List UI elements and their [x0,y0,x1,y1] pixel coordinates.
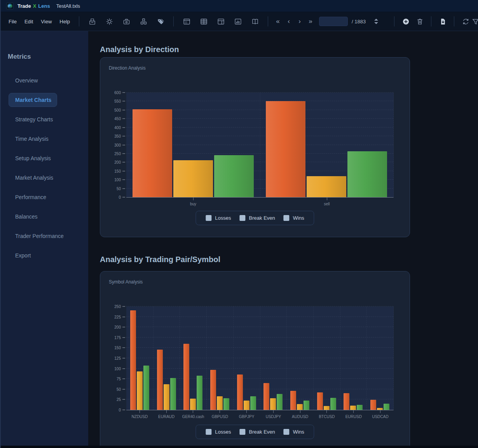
sidebar-item-overview[interactable]: Overview [1,74,84,88]
dice-button[interactable] [135,14,152,28]
y-axis-label: 200 [114,160,121,164]
menu-file[interactable]: File [5,16,20,27]
sidebar-item-setup-analysis[interactable]: Setup Analysis [1,151,84,165]
chart-view-button[interactable] [229,14,246,28]
camera-icon [122,18,131,26]
toolbar-separator [454,16,454,26]
settings-button[interactable] [101,14,118,28]
bar-break-even-GBPUSD [217,396,223,410]
symbol-analysis-chart: 0255075100125150175200225250 [126,306,394,410]
legend-item-losses[interactable]: Losses [206,429,231,435]
y-tick [122,145,125,145]
bar-groups [126,306,393,410]
bar-break-even-GER40.cash [190,399,196,410]
x-axis-labels: NZDUSDEURAUDGER40.cashGBPUSDGBPJPYUSDJPY… [126,410,394,419]
x-tick [327,198,327,200]
y-axis-label: 125 [114,356,121,360]
bar-break-even-BTCUSD [324,406,330,410]
nav-last-button[interactable]: » [305,16,316,27]
titlebar: Trade X Lens TestAll.txls [1,0,478,12]
legend-item-break-even[interactable]: Break Even [240,429,275,435]
tags-button[interactable] [152,14,169,28]
legend-item-wins[interactable]: Wins [284,429,304,435]
chart-legend: Losses Break Even Wins [195,211,314,225]
bar-losses-NZDUSD [130,310,136,410]
bar-group-GBPUSD [210,306,229,410]
x-category-USDJPY: USDJPY [260,410,287,419]
y-tick [122,306,125,307]
table-view-button[interactable] [195,14,212,28]
y-axis-label: 500 [114,108,121,112]
snapshot-button[interactable] [118,14,135,28]
layout-view-button[interactable] [212,14,229,28]
keypad-view-button[interactable] [178,14,195,28]
export-file-button[interactable] [436,14,450,28]
y-axis-label: 450 [114,117,121,121]
filter-button[interactable] [469,15,478,29]
legend-label: Break Even [249,215,275,221]
sidebar-item-market-charts[interactable]: Market Charts [9,93,57,107]
bar-break-even-NZDUSD [137,371,143,410]
menu-edit[interactable]: Edit [21,16,36,27]
legend-label: Break Even [249,429,275,435]
report-view-button[interactable] [246,14,263,28]
page-number-input[interactable] [319,17,348,26]
menu-help[interactable]: Help [56,16,73,27]
nav-first-button[interactable]: « [272,16,283,27]
app-brand: Trade X Lens [17,3,50,9]
nav-next-button[interactable]: › [294,16,305,27]
save-button[interactable] [84,14,101,28]
bar-wins-AUDUSD [304,401,309,410]
bar-break-even-USDCAD [377,408,383,410]
y-axis-label: 0 [119,195,121,200]
legend-label: Losses [215,215,231,221]
x-axis-label: USDCAD [372,415,388,419]
legend-swatch [284,429,290,435]
y-tick [122,368,125,369]
toolbar-separator [431,16,431,26]
legend-item-wins[interactable]: Wins [284,215,304,221]
bar-losses-USDCAD [370,400,376,410]
add-row-button[interactable] [399,14,413,28]
sidebar-item-trader-performance[interactable]: Trader Performance [1,229,84,243]
symbol-analysis-card: Symbol Analysis 025507510012515017520022… [100,271,410,448]
dice-icon [140,18,148,26]
bar-break-even-USDJPY [270,398,276,410]
bar-wins-buy [214,155,254,197]
toolbar-separator [173,16,174,26]
file-download-icon [439,18,447,26]
bar-group-BTCUSD [317,306,336,410]
bar-losses-BTCUSD [317,392,323,410]
sidebar-item-strategy-charts[interactable]: Strategy Charts [1,112,84,126]
card-title: Direction Analysis [109,65,146,71]
sidebar: Metrics Overview Market Charts Strategy … [1,31,88,446]
legend-item-losses[interactable]: Losses [206,215,231,221]
legend-item-break-even[interactable]: Break Even [240,215,275,221]
x-category-USDCAD: USDCAD [367,410,394,419]
app-logo-icon [6,2,14,10]
delete-row-button[interactable] [413,14,427,28]
sidebar-heading: Metrics [8,53,88,61]
app-window: Trade X Lens TestAll.txls File Edit View… [0,0,478,448]
menu-view[interactable]: View [38,16,55,27]
x-axis-label: EURUSD [345,415,362,419]
nav-prev-button[interactable]: ‹ [283,16,294,27]
bar-break-even-buy [173,160,213,197]
section-heading-symbol: Analysis by Trading Pair/Symbol [100,255,478,264]
sidebar-item-balances[interactable]: Balances [1,210,84,224]
funnel-icon [471,18,478,26]
legend-label: Wins [293,215,304,221]
x-axis-label: buy [190,202,196,206]
y-tick [122,347,125,348]
bar-wins-sell [347,151,387,197]
page-spinner[interactable] [373,17,380,26]
sidebar-item-performance[interactable]: Performance [1,190,84,204]
sidebar-item-time-analysis[interactable]: Time Analysis [1,132,84,146]
sidebar-item-market-analysis[interactable]: Market Analysis [1,171,84,185]
y-axis-label: 300 [114,143,121,147]
page-total-label: / 1883 [352,19,366,24]
bar-wins-EURUSD [357,405,363,410]
brand-lens: Lens [38,3,50,9]
bar-losses-EURAUD [157,350,163,410]
sidebar-item-export[interactable]: Export [1,248,84,262]
